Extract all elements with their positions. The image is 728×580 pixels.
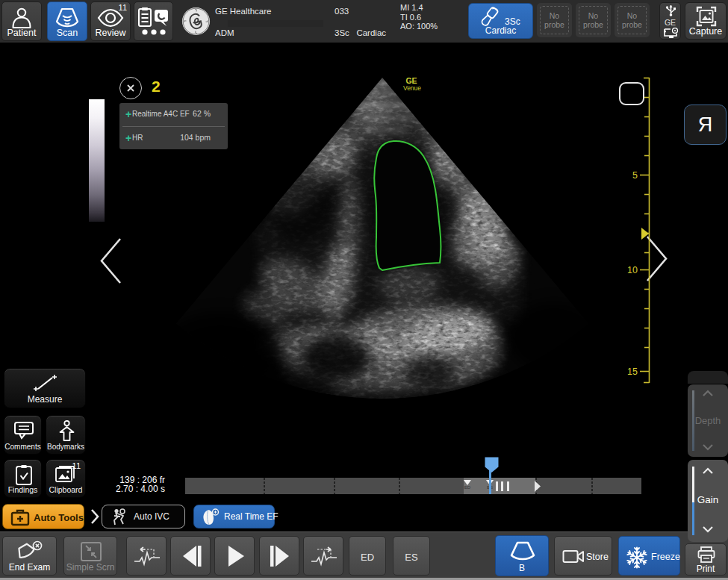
- svg-text:10: 10: [627, 265, 638, 275]
- svg-text:5: 5: [632, 170, 638, 181]
- svg-text:Venue: Venue: [403, 84, 421, 92]
- svg-text:ED: ED: [464, 485, 471, 489]
- svg-text:15: 15: [627, 367, 638, 377]
